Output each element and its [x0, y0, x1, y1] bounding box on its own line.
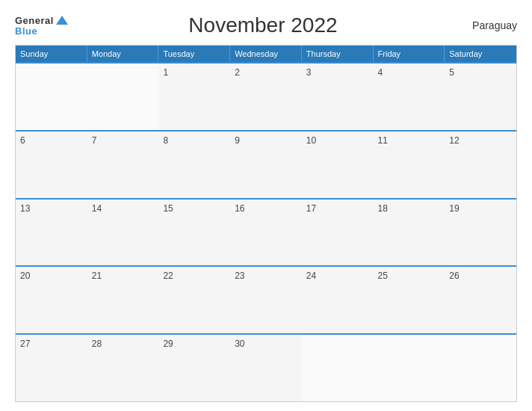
day-cell	[302, 335, 374, 401]
day-cell: 22	[158, 267, 230, 333]
day-cell: 25	[374, 267, 445, 333]
week-row-5: 27282930	[16, 333, 516, 401]
day-cell: 13	[16, 200, 87, 266]
logo-flag-icon	[55, 15, 69, 25]
day-number: 8	[163, 135, 168, 146]
day-cell: 9	[230, 132, 302, 198]
day-number: 16	[235, 203, 244, 214]
day-cell: 30	[230, 335, 302, 401]
day-cell: 2	[230, 64, 302, 130]
day-header-wednesday: Wednesday	[230, 46, 302, 62]
weeks-container: 1234567891011121314151617181920212223242…	[16, 62, 516, 401]
day-cell: 17	[302, 200, 374, 266]
day-cell: 15	[158, 200, 230, 266]
day-number: 13	[20, 203, 30, 214]
day-cell: 23	[230, 267, 302, 333]
day-cell: 24	[302, 267, 374, 333]
calendar-page: General Blue November 2022 Paraguay Sund…	[0, 0, 532, 411]
day-number: 26	[449, 271, 459, 281]
day-header-monday: Monday	[87, 46, 159, 62]
day-number: 29	[163, 339, 173, 349]
week-row-2: 6789101112	[16, 130, 516, 198]
day-cell: 18	[374, 200, 445, 266]
day-cell: 7	[87, 132, 159, 198]
day-number: 11	[378, 135, 388, 146]
day-cell: 1	[158, 64, 230, 130]
day-number: 12	[449, 135, 459, 146]
day-cell: 12	[445, 132, 516, 198]
day-number: 23	[235, 271, 244, 281]
day-cell	[374, 335, 445, 401]
day-cell: 4	[374, 64, 445, 130]
logo-blue-text: Blue	[15, 26, 69, 36]
calendar-title: November 2022	[69, 13, 457, 37]
day-cell: 8	[158, 132, 230, 198]
day-number: 22	[163, 271, 173, 281]
day-cell: 27	[16, 335, 87, 401]
country-label: Paraguay	[457, 19, 517, 31]
week-row-3: 13141516171819	[16, 198, 516, 266]
logo: General Blue	[15, 16, 69, 36]
day-number: 9	[235, 135, 240, 146]
day-number: 15	[163, 203, 173, 214]
day-cell: 10	[302, 132, 374, 198]
day-number: 21	[92, 271, 102, 281]
day-cell: 28	[87, 335, 159, 401]
logo-general-text: General	[15, 16, 54, 25]
day-number: 14	[92, 203, 102, 214]
header: General Blue November 2022 Paraguay	[15, 13, 517, 37]
day-cell: 11	[374, 132, 445, 198]
day-cell: 16	[230, 200, 302, 266]
day-number: 6	[20, 135, 25, 146]
week-row-1: 12345	[16, 62, 516, 130]
svg-marker-0	[56, 16, 68, 25]
day-number: 4	[378, 67, 383, 78]
day-cell: 5	[445, 64, 516, 130]
day-cell: 21	[87, 267, 159, 333]
day-number: 28	[92, 339, 102, 349]
day-header-friday: Friday	[374, 46, 445, 62]
day-number: 27	[20, 339, 30, 349]
day-cell	[445, 335, 516, 401]
day-number: 10	[306, 135, 316, 146]
day-cell	[16, 64, 87, 130]
week-row-4: 20212223242526	[16, 265, 516, 333]
day-number: 5	[449, 67, 454, 78]
day-cell: 26	[445, 267, 516, 333]
day-number: 30	[235, 339, 244, 349]
calendar-grid: SundayMondayTuesdayWednesdayThursdayFrid…	[15, 45, 517, 402]
day-number: 1	[163, 67, 168, 78]
day-cell: 6	[16, 132, 87, 198]
day-header-thursday: Thursday	[302, 46, 374, 62]
day-number: 19	[449, 203, 459, 214]
day-number: 3	[306, 67, 312, 78]
day-cell	[87, 64, 159, 130]
day-cell: 29	[158, 335, 230, 401]
day-number: 18	[378, 203, 388, 214]
day-header-tuesday: Tuesday	[158, 46, 230, 62]
day-cell: 3	[302, 64, 374, 130]
day-header-sunday: Sunday	[16, 46, 87, 62]
day-number: 24	[306, 271, 316, 281]
day-number: 20	[20, 271, 30, 281]
day-cell: 19	[445, 200, 516, 266]
day-cell: 20	[16, 267, 87, 333]
day-number: 2	[235, 67, 240, 78]
day-number: 17	[306, 203, 316, 214]
day-number: 25	[378, 271, 388, 281]
day-cell: 14	[87, 200, 159, 266]
day-header-saturday: Saturday	[445, 46, 516, 62]
day-headers-row: SundayMondayTuesdayWednesdayThursdayFrid…	[16, 46, 516, 62]
day-number: 7	[92, 135, 97, 146]
